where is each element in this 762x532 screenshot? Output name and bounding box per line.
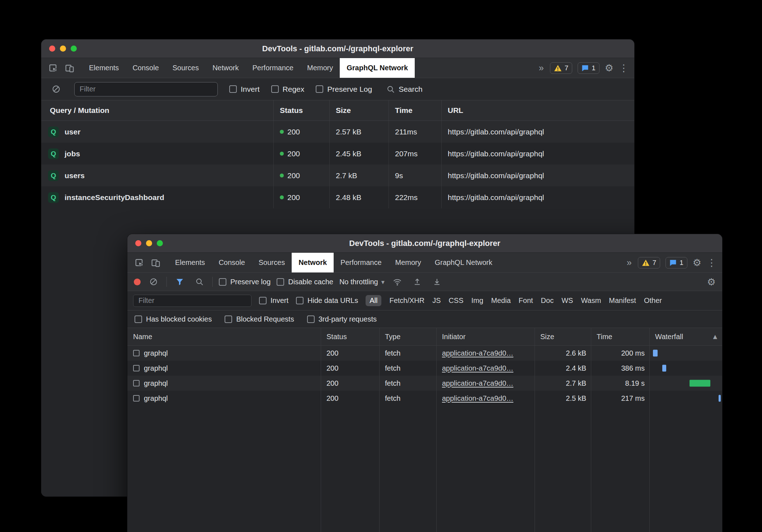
initiator-link[interactable]: application-a7ca9d0… (442, 379, 513, 388)
clear-icon[interactable] (147, 275, 160, 289)
device-toolbar-icon[interactable] (149, 256, 163, 270)
invert-checkbox[interactable]: Invert (229, 85, 260, 94)
has-blocked-cookies-checkbox[interactable]: Has blocked cookies (135, 315, 212, 323)
column-header-size[interactable]: Size (535, 328, 591, 345)
import-har-icon[interactable] (410, 275, 424, 289)
initiator-link[interactable]: application-a7ca9d0… (442, 394, 513, 403)
column-header-size[interactable]: Size (329, 100, 389, 120)
column-header-query-mutation[interactable]: Query / Mutation (41, 100, 273, 120)
issues-badge[interactable]: 1 (578, 62, 599, 74)
waterfall-bar (719, 395, 721, 402)
tab-elements[interactable]: Elements (82, 58, 126, 78)
close-button[interactable] (49, 46, 55, 52)
column-header-name[interactable]: Name (127, 328, 321, 345)
warnings-badge[interactable]: 7 (550, 62, 573, 74)
preserve-log-checkbox[interactable]: Preserve log (219, 278, 271, 286)
network-settings-gear-icon[interactable]: ⚙ (707, 277, 716, 287)
initiator-link[interactable]: application-a7ca9d0… (442, 364, 513, 372)
kebab-menu-icon[interactable]: ⋮ (707, 258, 716, 267)
inspect-icon[interactable] (46, 61, 60, 75)
settings-gear-icon[interactable]: ⚙ (605, 63, 613, 73)
filter-chip-manifest[interactable]: Manifest (609, 296, 636, 305)
tab-memory[interactable]: Memory (300, 58, 340, 78)
minimize-button[interactable] (60, 46, 66, 52)
column-header-status[interactable]: Status (321, 328, 379, 345)
hide-data-urls-checkbox[interactable]: Hide data URLs (296, 296, 358, 305)
issues-badge[interactable]: 1 (665, 257, 687, 269)
column-header-time[interactable]: Time (389, 100, 441, 120)
tab-network[interactable]: Network (292, 253, 334, 272)
query-row[interactable]: Q user 200 2.57 kB 211ms https://gitlab.… (41, 121, 634, 143)
more-tabs-icon[interactable]: » (538, 63, 545, 73)
row-checkbox[interactable] (133, 350, 140, 356)
invert-checkbox[interactable]: Invert (259, 296, 288, 305)
tab-console[interactable]: Console (126, 58, 165, 78)
row-checkbox[interactable] (133, 395, 140, 402)
zoom-button[interactable] (157, 240, 163, 246)
filter-chip-wasm[interactable]: Wasm (581, 296, 601, 305)
network-conditions-icon[interactable] (391, 275, 404, 289)
tab-graphql-network[interactable]: GraphQL Network (428, 253, 499, 272)
third-party-requests-checkbox[interactable]: 3rd-party requests (307, 315, 377, 323)
regex-checkbox[interactable]: Regex (271, 85, 305, 94)
row-checkbox[interactable] (133, 380, 140, 386)
device-toolbar-icon[interactable] (63, 61, 76, 75)
more-tabs-icon[interactable]: » (626, 257, 632, 268)
search-control[interactable]: Search (386, 85, 423, 94)
search-icon[interactable] (193, 275, 206, 289)
query-row[interactable]: Q users 200 2.7 kB 9s https://gitlab.com… (41, 165, 634, 186)
filter-chip-media[interactable]: Media (491, 296, 511, 305)
filter-chip-doc[interactable]: Doc (541, 296, 554, 305)
filter-chip-css[interactable]: CSS (449, 296, 464, 305)
warnings-badge[interactable]: 7 (638, 257, 660, 269)
kebab-menu-icon[interactable]: ⋮ (619, 63, 629, 73)
blocked-requests-checkbox[interactable]: Blocked Requests (225, 315, 294, 323)
column-header-initiator[interactable]: Initiator (436, 328, 535, 345)
throttling-dropdown[interactable]: No throttling ▾ (339, 278, 385, 286)
tab-network[interactable]: Network (206, 58, 245, 78)
titlebar[interactable]: DevTools - gitlab.com/-/graphql-explorer (127, 234, 722, 253)
request-row[interactable]: graphql 200 fetch application-a7ca9d0… 2… (127, 346, 722, 361)
close-button[interactable] (135, 240, 141, 246)
filter-funnel-icon[interactable] (173, 275, 187, 289)
query-row[interactable]: Q jobs 200 2.45 kB 207ms https://gitlab.… (41, 143, 634, 165)
filter-chip-ws[interactable]: WS (561, 296, 573, 305)
tab-sources[interactable]: Sources (166, 58, 206, 78)
disable-cache-checkbox[interactable]: Disable cache (277, 278, 333, 286)
clear-icon[interactable] (49, 82, 63, 96)
filter-chip-fetch-xhr[interactable]: Fetch/XHR (389, 296, 424, 305)
filter-input[interactable] (74, 82, 218, 96)
filter-chip-all[interactable]: All (366, 295, 381, 306)
export-har-icon[interactable] (430, 275, 444, 289)
tab-sources[interactable]: Sources (252, 253, 292, 272)
tab-graphql-network[interactable]: GraphQL Network (340, 58, 415, 78)
preserve-log-checkbox[interactable]: Preserve Log (316, 85, 372, 94)
request-row[interactable]: graphql 200 fetch application-a7ca9d0… 2… (127, 361, 722, 376)
tab-performance[interactable]: Performance (334, 253, 389, 272)
settings-gear-icon[interactable]: ⚙ (693, 258, 701, 267)
request-row[interactable]: graphql 200 fetch application-a7ca9d0… 2… (127, 391, 722, 406)
tab-performance[interactable]: Performance (246, 58, 301, 78)
filter-chip-font[interactable]: Font (519, 296, 533, 305)
column-header-status[interactable]: Status (273, 100, 329, 120)
column-header-waterfall[interactable]: Waterfall ▲ (649, 328, 722, 345)
filter-chip-img[interactable]: Img (471, 296, 483, 305)
inspect-icon[interactable] (132, 256, 146, 270)
column-header-url[interactable]: URL (441, 100, 634, 120)
filter-input[interactable] (133, 295, 251, 307)
row-checkbox[interactable] (133, 365, 140, 371)
tab-console[interactable]: Console (212, 253, 251, 272)
filter-chip-other[interactable]: Other (644, 296, 662, 305)
initiator-link[interactable]: application-a7ca9d0… (442, 349, 513, 357)
record-button[interactable] (134, 279, 141, 285)
column-header-time[interactable]: Time (591, 328, 649, 345)
filter-chip-js[interactable]: JS (432, 296, 441, 305)
request-row[interactable]: graphql 200 fetch application-a7ca9d0… 2… (127, 376, 722, 391)
tab-memory[interactable]: Memory (389, 253, 428, 272)
tab-elements[interactable]: Elements (168, 253, 212, 272)
minimize-button[interactable] (146, 240, 152, 246)
query-row[interactable]: Q instanceSecurityDashboard 200 2.48 kB … (41, 186, 634, 208)
column-header-type[interactable]: Type (379, 328, 436, 345)
zoom-button[interactable] (71, 46, 77, 52)
titlebar[interactable]: DevTools - gitlab.com/-/graphql-explorer (41, 39, 634, 58)
